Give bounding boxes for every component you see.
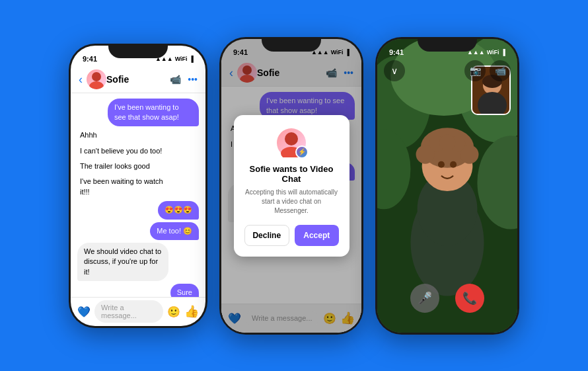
dialog-description: Accepting this will automatically start … xyxy=(244,188,339,216)
wifi-icon: WiFi xyxy=(175,56,188,62)
wifi-icon-3: WiFi xyxy=(487,49,499,56)
dialog-buttons: Decline Accept xyxy=(244,225,339,246)
battery-icon: ▐ xyxy=(190,56,194,62)
phone-3: 9:41 ▲▲▲ WiFi ▐ ∨ 📷 📹 xyxy=(375,37,519,335)
msg-plain-trailer: The trailer looks good xyxy=(77,160,153,173)
chat-input-bar-1: 💙 Write a message... 🙂 👍 xyxy=(71,297,205,326)
phone-3-notch xyxy=(418,37,477,52)
end-call-button[interactable]: 📞 xyxy=(455,284,484,313)
svg-point-4 xyxy=(285,132,298,145)
like-icon-1[interactable]: 👍 xyxy=(184,304,199,319)
svg-point-21 xyxy=(438,161,445,167)
phone-1: 9:41 ▲▲▲ WiFi ▐ ‹ Sofie 📹 xyxy=(69,44,207,328)
phone-1-screen: 9:41 ▲▲▲ WiFi ▐ ‹ Sofie 📹 xyxy=(71,46,205,326)
battery-icon-3: ▐ xyxy=(501,49,505,56)
msg-sent-1: I've been wanting to see that show asap! xyxy=(108,99,199,127)
svg-point-22 xyxy=(450,161,457,167)
msg-plain-ahhh: Ahhh xyxy=(77,129,100,142)
dialog-avatar-wrap: ⚡ xyxy=(277,128,306,157)
phone-2-screen: 9:41 ▲▲▲ WiFi ▐ ‹ Sofie 📹 xyxy=(221,39,361,333)
phone-2: 9:41 ▲▲▲ WiFi ▐ ‹ Sofie 📹 xyxy=(219,37,363,335)
minimize-button[interactable]: ∨ xyxy=(384,60,405,81)
video-call-dialog: ⚡ Sofie wants to Video Chat Accepting th… xyxy=(234,115,349,257)
video-call-dialog-overlay: ⚡ Sofie wants to Video Chat Accepting th… xyxy=(221,39,361,333)
mute-button[interactable]: 🎤 xyxy=(410,284,439,313)
video-call-icon-1[interactable]: 📹 xyxy=(170,74,181,85)
back-button-1[interactable]: ‹ xyxy=(79,73,83,87)
accept-button[interactable]: Accept xyxy=(295,225,339,246)
status-icons-3: ▲▲▲ WiFi ▐ xyxy=(467,49,505,56)
contact-name-1: Sofie xyxy=(106,74,170,85)
dialog-title: Sofie wants to Video Chat xyxy=(244,164,339,184)
message-input-1[interactable]: Write a message... xyxy=(94,300,163,323)
messenger-badge-icon: ⚡ xyxy=(295,145,309,159)
decline-button[interactable]: Decline xyxy=(244,225,290,246)
svg-point-1 xyxy=(89,81,104,89)
flip-camera-button[interactable]: 📷 xyxy=(464,60,486,81)
messages-area-1: I've been wanting to see that show asap!… xyxy=(71,93,205,297)
msg-plain-waiting: I've been waiting to watch it!!! xyxy=(77,175,168,198)
msg-sent-emoji: 😍😍😍 xyxy=(158,201,199,219)
video-camera-controls: 📷 📹 xyxy=(464,60,511,81)
msg-plain-cant: I can't believe you do too! xyxy=(77,145,165,157)
msg-sent-metoo: Me too! 😊 xyxy=(150,222,199,240)
heart-icon-1[interactable]: 💙 xyxy=(77,306,91,318)
status-time-1: 9:41 xyxy=(83,55,97,63)
msg-received-videochat: We should video chat to discuss, if you'… xyxy=(77,243,168,281)
emoji-icon-1[interactable]: 🙂 xyxy=(167,306,180,318)
phone-3-screen: 9:41 ▲▲▲ WiFi ▐ ∨ 📷 📹 xyxy=(377,39,517,333)
video-top-controls: ∨ xyxy=(384,60,405,81)
status-time-3: 9:41 xyxy=(389,48,404,56)
avatar-sofie-1 xyxy=(87,69,106,89)
svg-point-20 xyxy=(439,134,455,150)
phone-1-notch xyxy=(108,44,168,58)
video-toggle-button[interactable]: 📹 xyxy=(490,60,511,81)
nav-actions-1: 📹 ••• xyxy=(170,74,198,85)
more-icon-1[interactable]: ••• xyxy=(188,74,198,85)
phone-2-notch xyxy=(262,37,321,52)
nav-bar-1: ‹ Sofie 📹 ••• xyxy=(71,67,205,93)
video-call-controls: 🎤 📞 xyxy=(377,284,517,313)
svg-point-0 xyxy=(92,72,101,81)
msg-sent-sure: Sure xyxy=(170,284,199,296)
